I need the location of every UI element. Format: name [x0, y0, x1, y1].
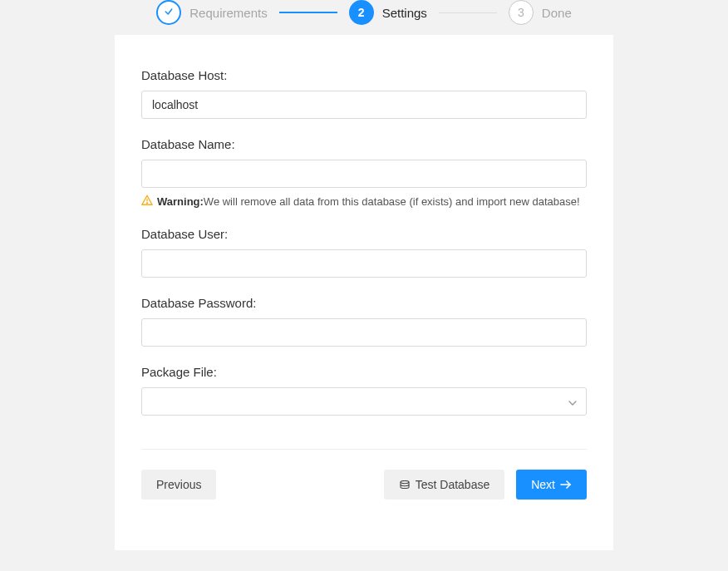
step-done: 3 Done: [509, 0, 572, 25]
db-user-input[interactable]: [141, 249, 587, 278]
db-host-label: Database Host:: [141, 68, 587, 82]
db-name-warning: Warning:We will remove all data from thi…: [141, 194, 587, 209]
stepper: Requirements 2 Settings 3 Done: [0, 0, 728, 35]
test-database-button[interactable]: Test Database: [384, 470, 505, 500]
package-file-select[interactable]: [141, 387, 587, 416]
database-icon: [399, 478, 411, 491]
step-label: Done: [542, 6, 572, 20]
next-button-label: Next: [531, 478, 555, 491]
step-settings: 2 Settings: [349, 0, 427, 25]
step-label: Settings: [382, 6, 427, 20]
db-password-label: Database Password:: [141, 296, 587, 310]
arrow-right-icon: [560, 478, 572, 491]
db-name-label: Database Name:: [141, 137, 587, 151]
svg-point-2: [146, 203, 147, 204]
previous-button[interactable]: Previous: [141, 470, 216, 500]
db-password-input[interactable]: [141, 318, 587, 347]
footer-divider: [141, 449, 587, 450]
db-name-input[interactable]: [141, 160, 587, 188]
step-connector: [279, 12, 337, 13]
next-button[interactable]: Next: [516, 470, 587, 500]
step-connector: [439, 12, 497, 13]
step-label: Requirements: [189, 6, 267, 20]
db-host-input[interactable]: [141, 91, 587, 119]
form-group-db-name: Database Name: Warning:We will remove al…: [141, 137, 587, 209]
step-circle-completed: [156, 0, 181, 25]
footer: Previous Test Database Next: [141, 470, 587, 500]
warning-icon: [141, 194, 153, 209]
step-requirements: Requirements: [156, 0, 267, 25]
step-circle-active: 2: [349, 0, 374, 25]
warning-label: Warning:: [157, 195, 204, 208]
form-group-db-user: Database User:: [141, 227, 587, 278]
svg-point-3: [401, 480, 409, 483]
previous-button-label: Previous: [156, 478, 201, 491]
warning-text: We will remove all data from this databa…: [204, 195, 580, 208]
settings-card: Database Host: Database Name: Warning:We…: [115, 35, 613, 550]
check-icon: [164, 6, 174, 19]
package-file-label: Package File:: [141, 365, 587, 379]
test-database-button-label: Test Database: [416, 478, 490, 491]
form-group-package-file: Package File:: [141, 365, 587, 416]
form-group-db-host: Database Host:: [141, 68, 587, 119]
step-circle-pending: 3: [509, 0, 534, 25]
form-group-db-password: Database Password:: [141, 296, 587, 347]
db-user-label: Database User:: [141, 227, 587, 241]
